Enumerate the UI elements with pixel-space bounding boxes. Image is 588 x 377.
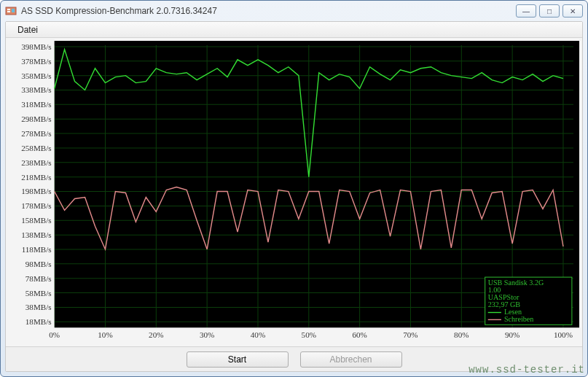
menu-datei[interactable]: Datei [12, 23, 44, 36]
svg-text:78MB/s: 78MB/s [26, 274, 52, 283]
svg-rect-1 [7, 9, 10, 10]
start-button[interactable]: Start [187, 351, 289, 368]
svg-text:38MB/s: 38MB/s [26, 303, 52, 312]
svg-text:70%: 70% [403, 330, 418, 339]
svg-text:258MB/s: 258MB/s [21, 144, 51, 152]
svg-text:158MB/s: 158MB/s [21, 216, 51, 225]
svg-text:50%: 50% [302, 330, 316, 339]
app-icon [5, 5, 17, 17]
close-button[interactable]: ✕ [562, 4, 583, 18]
svg-text:90%: 90% [505, 330, 520, 339]
window-title: AS SSD Kompression-Benchmark 2.0.7316.34… [21, 6, 516, 16]
window: AS SSD Kompression-Benchmark 2.0.7316.34… [0, 0, 588, 377]
svg-text:60%: 60% [352, 330, 366, 339]
watermark: www.ssd-tester.it [469, 364, 585, 376]
svg-text:20%: 20% [149, 330, 163, 339]
svg-text:238MB/s: 238MB/s [21, 158, 51, 167]
maximize-button[interactable]: □ [539, 4, 560, 18]
svg-text:Schreiben: Schreiben [504, 315, 533, 323]
svg-text:298MB/s: 298MB/s [21, 114, 51, 123]
svg-text:18MB/s: 18MB/s [26, 317, 52, 326]
client-area: Datei 18MB/s38MB/s58MB/s78MB/s98MB/s118M… [5, 21, 583, 372]
svg-text:58MB/s: 58MB/s [26, 289, 52, 298]
svg-text:198MB/s: 198MB/s [21, 187, 51, 196]
menubar: Datei [6, 22, 582, 38]
svg-text:178MB/s: 178MB/s [21, 201, 51, 210]
svg-text:118MB/s: 118MB/s [22, 245, 52, 254]
svg-rect-37 [9, 327, 579, 343]
svg-text:278MB/s: 278MB/s [21, 129, 51, 138]
window-buttons: — □ ✕ [516, 4, 583, 18]
svg-text:218MB/s: 218MB/s [21, 173, 51, 182]
svg-text:358MB/s: 358MB/s [21, 71, 51, 80]
plot-area: 18MB/s38MB/s58MB/s78MB/s98MB/s118MB/s138… [9, 41, 579, 343]
abort-button: Abbrechen [300, 351, 402, 368]
svg-rect-2 [7, 11, 10, 12]
svg-text:338MB/s: 338MB/s [21, 86, 51, 95]
svg-text:232,97 GB: 232,97 GB [488, 300, 521, 308]
svg-text:0%: 0% [49, 330, 60, 339]
svg-text:30%: 30% [200, 330, 214, 339]
svg-text:100%: 100% [554, 330, 573, 339]
titlebar: AS SSD Kompression-Benchmark 2.0.7316.34… [1, 1, 587, 21]
svg-rect-3 [12, 9, 15, 12]
svg-text:138MB/s: 138MB/s [21, 230, 51, 239]
minimize-button[interactable]: — [516, 4, 536, 18]
svg-text:40%: 40% [251, 330, 265, 339]
svg-text:10%: 10% [98, 330, 112, 339]
svg-text:378MB/s: 378MB/s [21, 57, 51, 66]
svg-text:398MB/s: 398MB/s [21, 42, 51, 51]
chart: 18MB/s38MB/s58MB/s78MB/s98MB/s118MB/s138… [9, 41, 579, 343]
svg-text:98MB/s: 98MB/s [26, 260, 52, 268]
svg-text:80%: 80% [454, 330, 469, 339]
svg-text:318MB/s: 318MB/s [21, 100, 51, 109]
